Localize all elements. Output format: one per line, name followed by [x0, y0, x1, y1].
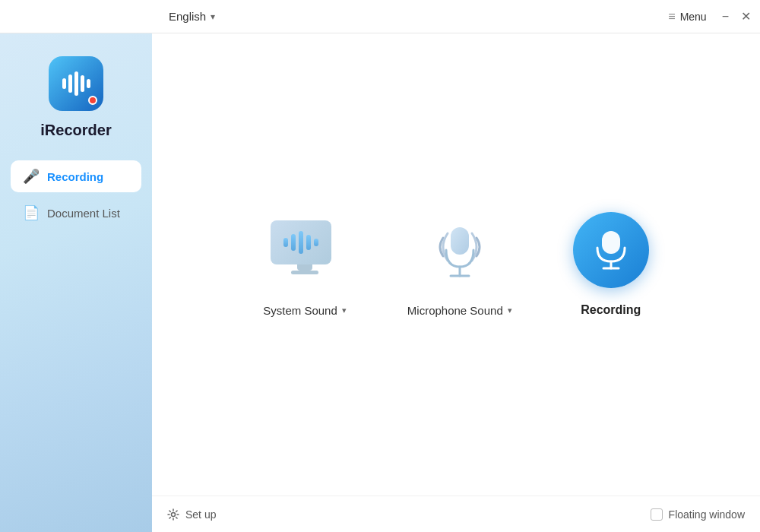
gear-icon [167, 508, 179, 521]
app-logo [49, 56, 103, 111]
logo-bar-5 [87, 79, 90, 88]
sidebar-document-list-label: Document List [47, 207, 120, 220]
waveform-bar-1 [283, 238, 288, 247]
waveform-bar-3 [299, 231, 303, 254]
waveform-bar-2 [291, 234, 296, 251]
logo-bar-3 [74, 71, 78, 96]
recording-icon: 🎤 [23, 168, 40, 185]
menu-button[interactable]: ≡ Menu [668, 10, 706, 24]
document-list-icon: 📄 [23, 204, 40, 221]
svg-point-6 [172, 512, 176, 516]
logo-bar-2 [68, 74, 72, 93]
menu-label: Menu [680, 11, 707, 23]
menu-tilde-icon: ≡ [668, 10, 675, 24]
monitor-stand [297, 264, 312, 271]
language-selector[interactable]: English ▾ [169, 10, 215, 23]
title-bar: English ▾ ≡ Menu − ✕ [0, 0, 760, 33]
system-sound-icon-container [267, 213, 343, 289]
recording-mic-icon [591, 228, 631, 272]
floating-window-control[interactable]: Floating window [651, 508, 745, 521]
logo-bar-1 [62, 78, 66, 89]
content-main: System Sound ▾ [152, 33, 760, 496]
microphone-icon-container [422, 213, 498, 289]
recording-label: Recording [581, 303, 641, 317]
svg-rect-3 [602, 231, 620, 254]
svg-rect-0 [451, 227, 469, 255]
system-sound-dropdown-icon[interactable]: ▾ [342, 306, 347, 315]
minimize-button[interactable]: − [722, 11, 729, 23]
microphone-icon [429, 217, 490, 285]
waveform-bars [283, 231, 318, 254]
floating-window-label: Floating window [669, 508, 745, 521]
logo-bar-4 [81, 75, 84, 92]
language-label: English [169, 10, 206, 23]
microphone-sound-label-container: Microphone Sound ▾ [407, 304, 512, 317]
recording-icon-container [573, 212, 649, 288]
microphone-sound-label: Microphone Sound [407, 304, 503, 317]
setup-button[interactable]: Set up [167, 508, 216, 521]
sidebar-item-document-list[interactable]: 📄 Document List [11, 197, 141, 229]
waveform-bar-4 [306, 235, 311, 250]
language-chevron-icon: ▾ [211, 11, 215, 22]
window-controls: − ✕ [722, 11, 751, 23]
floating-window-checkbox[interactable] [651, 508, 663, 521]
recording-button[interactable] [573, 212, 649, 288]
close-button[interactable]: ✕ [741, 11, 751, 23]
recording-option[interactable]: Recording [573, 212, 649, 317]
waveform-bar-5 [314, 239, 318, 246]
recording-label-container: Recording [581, 303, 641, 317]
content-area: System Sound ▾ [152, 33, 760, 532]
setup-label: Set up [185, 508, 216, 521]
microphone-sound-option[interactable]: Microphone Sound ▾ [407, 213, 512, 317]
main-layout: iRecorder 🎤 Recording 📄 Document List [0, 33, 760, 532]
footer: Set up Floating window [152, 496, 760, 532]
monitor-body [271, 220, 331, 264]
system-sound-label-container: System Sound ▾ [263, 304, 347, 317]
microphone-dropdown-icon[interactable]: ▾ [508, 306, 512, 315]
system-sound-option[interactable]: System Sound ▾ [263, 213, 347, 317]
app-name: iRecorder [40, 122, 111, 139]
sidebar-recording-label: Recording [47, 170, 103, 183]
system-sound-icon [271, 220, 339, 281]
sidebar: iRecorder 🎤 Recording 📄 Document List [0, 33, 152, 532]
monitor-base [291, 271, 318, 274]
logo-sound-bars [62, 71, 90, 96]
system-sound-label: System Sound [263, 304, 337, 317]
logo-rec-dot [88, 96, 97, 105]
sidebar-item-recording[interactable]: 🎤 Recording [11, 160, 141, 192]
